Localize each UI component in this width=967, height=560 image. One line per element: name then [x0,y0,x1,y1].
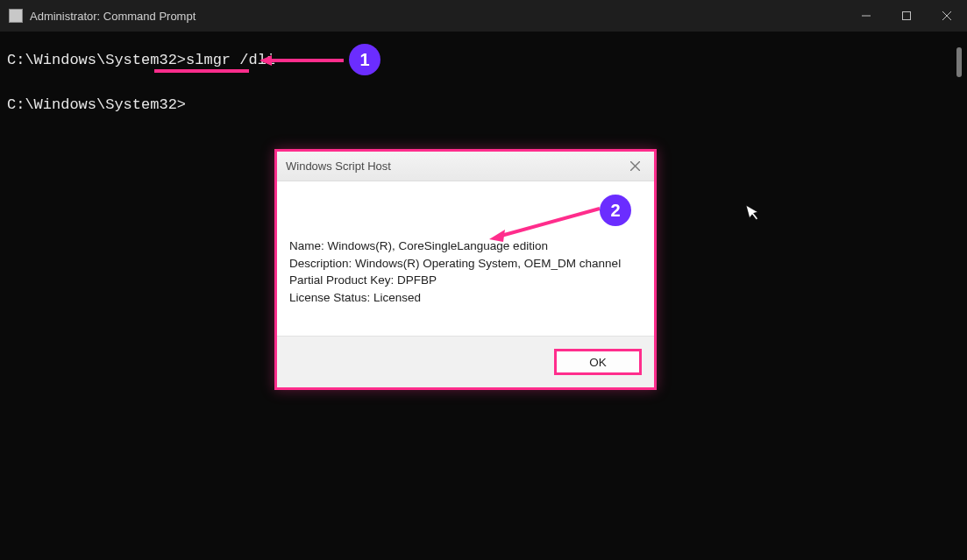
maximize-button[interactable] [886,0,927,32]
minimize-button[interactable] [846,0,886,32]
titlebar: Administrator: Command Prompt [0,0,967,32]
dialog-description-line: Description: Windows(R) Operating System… [289,255,642,273]
window-title: Administrator: Command Prompt [30,10,196,23]
terminal-area[interactable]: C:\Windows\System32>slmgr /dli C:\Window… [0,32,967,124]
terminal-line-1: C:\Windows\System32>slmgr /dli [7,49,960,72]
mouse-cursor-icon [746,202,764,227]
dialog-footer: OK [277,336,654,387]
dialog-window: Windows Script Host Name: Windows(R), Co… [274,149,657,390]
dialog-license-status-line: License Status: Licensed [289,289,642,307]
annotation-underline [154,69,249,73]
cmd-icon [9,9,23,23]
terminal-line-2: C:\Windows\System32> [7,94,960,117]
svg-rect-1 [903,12,911,20]
dialog-partial-key-line: Partial Product Key: DPFBP [289,272,642,289]
dialog-name-line: Name: Windows(R), CoreSingleLanguage edi… [289,237,642,255]
dialog-title: Windows Script Host [286,159,391,173]
dialog-close-button[interactable] [624,156,645,177]
terminal-blank-line [7,72,960,95]
dialog-titlebar[interactable]: Windows Script Host [277,152,654,181]
ok-button[interactable]: OK [554,349,642,375]
dialog-body: Name: Windows(R), CoreSingleLanguage edi… [277,181,654,336]
window-controls [846,0,967,32]
close-button[interactable] [927,0,967,32]
scrollbar-thumb[interactable] [956,47,962,77]
